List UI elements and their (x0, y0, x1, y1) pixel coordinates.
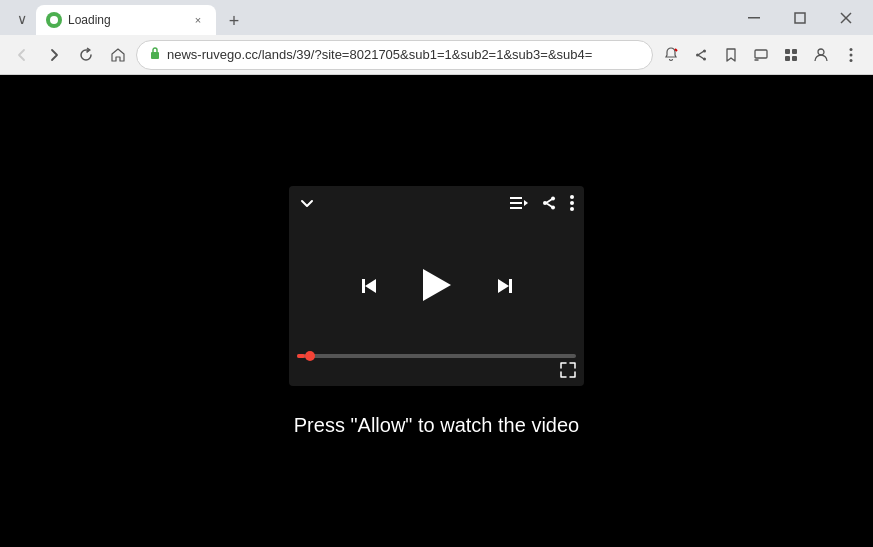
progress-bar[interactable] (297, 354, 576, 358)
next-track-button[interactable] (493, 274, 517, 304)
tab-title: Loading (68, 13, 184, 27)
title-bar: ∨ Loading × + (0, 0, 873, 35)
lock-icon (149, 46, 161, 63)
svg-rect-10 (785, 49, 790, 54)
svg-point-27 (570, 207, 574, 211)
progress-fill (297, 354, 305, 358)
caption-text: Press "Allow" to watch the video (294, 414, 579, 437)
svg-point-16 (850, 53, 853, 56)
tab-close-btn[interactable]: × (190, 12, 206, 28)
svg-point-15 (850, 48, 853, 51)
address-bar[interactable]: news-ruvego.cc/lands/39/?site=8021705&su… (136, 40, 653, 70)
fullscreen-button[interactable] (297, 362, 576, 378)
url-text: news-ruvego.cc/lands/39/?site=8021705&su… (167, 47, 640, 62)
forward-button[interactable] (40, 41, 68, 69)
svg-marker-31 (498, 279, 509, 293)
svg-marker-28 (365, 279, 376, 293)
window-controls (727, 0, 873, 35)
tab-chevron-btn[interactable]: ∨ (8, 5, 36, 33)
svg-point-23 (551, 196, 555, 200)
svg-point-7 (703, 49, 706, 52)
notifications-icon-btn[interactable] (657, 41, 685, 69)
svg-point-26 (570, 201, 574, 205)
reload-button[interactable] (72, 41, 100, 69)
active-tab[interactable]: Loading × (36, 5, 216, 35)
toolbar-right-icons (657, 41, 865, 69)
player-top-right-icons (510, 194, 574, 216)
svg-rect-4 (151, 52, 159, 59)
profile-icon-btn[interactable] (807, 41, 835, 69)
svg-point-6 (696, 53, 699, 56)
tabs-area: ∨ Loading × + (0, 0, 727, 35)
svg-rect-12 (785, 56, 790, 61)
video-player (289, 186, 584, 386)
browser-toolbar: news-ruvego.cc/lands/39/?site=8021705&su… (0, 35, 873, 75)
svg-marker-30 (423, 269, 451, 301)
minimize-button[interactable] (731, 0, 777, 35)
svg-point-8 (703, 57, 706, 60)
chrome-window: ∨ Loading × + (0, 0, 873, 547)
svg-point-24 (551, 205, 555, 209)
bookmark-icon-btn[interactable] (717, 41, 745, 69)
svg-rect-13 (792, 56, 797, 61)
svg-marker-21 (524, 200, 528, 206)
svg-point-17 (850, 59, 853, 62)
svg-point-25 (570, 195, 574, 199)
player-controls (289, 224, 584, 354)
svg-point-22 (543, 201, 547, 205)
player-queue-icon[interactable] (510, 196, 528, 214)
back-button[interactable] (8, 41, 36, 69)
svg-rect-0 (748, 17, 760, 19)
player-bottom (289, 354, 584, 386)
share-icon-btn[interactable] (687, 41, 715, 69)
svg-rect-32 (509, 279, 512, 293)
prev-track-button[interactable] (357, 274, 381, 304)
player-collapse-btn[interactable] (299, 195, 315, 215)
new-tab-button[interactable]: + (220, 7, 248, 35)
tab-favicon (46, 12, 62, 28)
svg-rect-1 (795, 13, 805, 23)
page-content: Press "Allow" to watch the video (0, 75, 873, 547)
svg-line-5 (675, 49, 677, 51)
maximize-button[interactable] (777, 0, 823, 35)
svg-rect-9 (755, 50, 767, 58)
home-button[interactable] (104, 41, 132, 69)
player-top-bar (289, 186, 584, 224)
svg-rect-29 (362, 279, 365, 293)
cast-icon-btn[interactable] (747, 41, 775, 69)
play-button[interactable] (421, 267, 453, 310)
player-more-icon[interactable] (570, 194, 574, 216)
svg-rect-11 (792, 49, 797, 54)
svg-point-14 (818, 49, 824, 55)
extensions-icon-btn[interactable] (777, 41, 805, 69)
close-button[interactable] (823, 0, 869, 35)
player-share-icon[interactable] (540, 194, 558, 216)
progress-dot (305, 351, 315, 361)
menu-icon-btn[interactable] (837, 41, 865, 69)
